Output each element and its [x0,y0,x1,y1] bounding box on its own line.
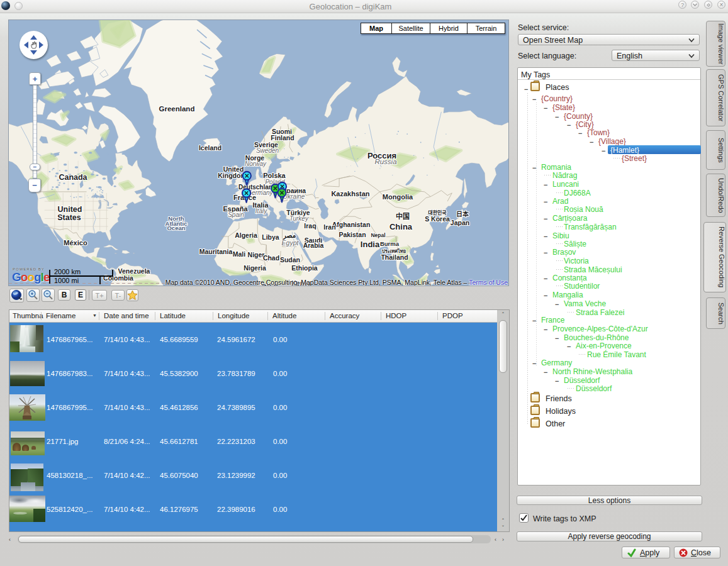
svg-text:United: United [58,205,82,214]
svg-text:Iran: Iran [323,223,335,231]
svg-text:日本: 日本 [456,210,469,218]
svg-text:Sweden: Sweden [256,147,279,154]
svg-text:States: States [57,213,81,222]
svg-text:Mali: Mali [233,250,246,258]
svg-text:Niger: Niger [248,251,265,258]
svg-text:2000 km: 2000 km [54,269,81,275]
svg-text:Algeria: Algeria [235,231,257,239]
svg-text:Sudan: Sudan [280,256,300,264]
svg-text:대한민국: 대한민국 [428,209,447,216]
svg-text:India: India [361,240,380,249]
svg-text:México: México [64,239,87,247]
svg-text:Turkey: Turkey [289,215,309,222]
svg-text:China: China [389,222,413,231]
svg-text:Ocean: Ocean [167,225,185,231]
svg-text:Russia: Russia [374,158,396,165]
svg-text:Chad: Chad [263,254,279,262]
svg-text:ประเทศไทย: ประเทศไทย [382,248,406,254]
svg-text:Iceland: Iceland [199,144,221,152]
svg-text:Japan: Japan [451,219,469,226]
svg-text:Pakistan: Pakistan [339,231,366,238]
svg-text:Italy: Italy [255,208,267,214]
svg-text:Egypt: Egypt [282,239,300,247]
svg-text:中国: 中国 [396,212,410,220]
svg-text:Greenland: Greenland [159,105,195,113]
svg-text:Spain: Spain [228,211,244,218]
svg-text:Nigeria: Nigeria [244,264,266,272]
svg-text:Burma: Burma [380,240,400,247]
svg-text:Mauritania: Mauritania [199,248,233,255]
svg-text:Canada: Canada [59,173,87,182]
svg-text:Nepal: Nepal [371,232,385,238]
svg-text:Iraq: Iraq [304,222,316,230]
svg-text:Thailand: Thailand [381,253,408,261]
svg-text:Kazakhstan: Kazakhstan [331,190,369,197]
svg-text:Afghanistan: Afghanistan [332,221,371,228]
svg-text:Libya: Libya [262,233,279,241]
svg-text:Finland: Finland [271,134,294,142]
svg-text:Mongolia: Mongolia [383,193,413,201]
svg-text:Ethiopia: Ethiopia [291,264,318,272]
svg-text:S Korea: S Korea [425,215,450,223]
svg-text:Norway: Norway [245,160,267,167]
svg-text:Arabia: Arabia [303,241,324,249]
